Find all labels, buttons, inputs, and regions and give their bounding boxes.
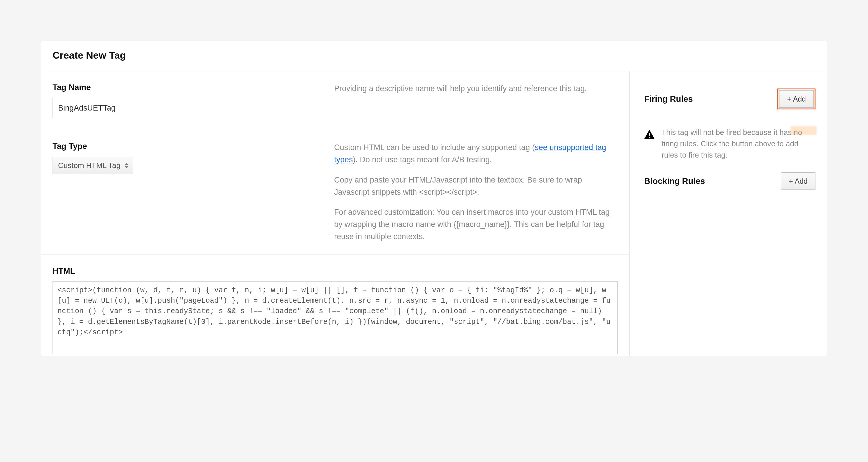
page-title: Create New Tag xyxy=(53,50,815,61)
tag-type-help-1: Custom HTML can be used to include any s… xyxy=(334,142,618,166)
firing-add-highlight: + Add xyxy=(777,89,815,109)
firing-rules-row: Firing Rules + Add xyxy=(644,89,815,109)
tag-name-input[interactable] xyxy=(53,98,244,118)
select-caret-icon xyxy=(125,163,129,168)
blocking-rules-heading: Blocking Rules xyxy=(644,176,705,186)
tag-name-help: Providing a descriptive name will help y… xyxy=(334,83,618,95)
section-tag-name: Tag Name Providing a descriptive name wi… xyxy=(41,71,629,130)
create-tag-card: Create New Tag Tag Name Providing a desc… xyxy=(41,41,827,356)
section-html: HTML <script>(function (w, d, t, r, u) {… xyxy=(41,255,629,356)
warning-icon xyxy=(644,127,655,141)
tag-type-label: Tag Type xyxy=(53,142,317,151)
card-body: Tag Name Providing a descriptive name wi… xyxy=(41,71,827,356)
svg-marker-1 xyxy=(125,166,129,168)
card-header: Create New Tag xyxy=(41,41,827,71)
firing-rules-heading: Firing Rules xyxy=(644,94,693,104)
svg-rect-4 xyxy=(649,137,650,138)
firing-warning-text: This tag will not be fired because it ha… xyxy=(661,127,815,161)
firing-warning: This tag will not be fired because it ha… xyxy=(644,120,815,172)
main-column: Tag Name Providing a descriptive name wi… xyxy=(41,71,630,356)
tag-type-help-3: For advanced customization: You can inse… xyxy=(334,206,618,243)
tag-name-label: Tag Name xyxy=(53,83,317,92)
firing-add-button[interactable]: + Add xyxy=(779,90,814,108)
html-label: HTML xyxy=(53,266,618,276)
blocking-rules-row: Blocking Rules + Add xyxy=(644,172,815,190)
section-tag-type: Tag Type Custom HTML Tag Custom HTML can… xyxy=(41,130,629,255)
svg-marker-0 xyxy=(125,163,129,165)
side-column: Firing Rules + Add This tag will not be … xyxy=(630,71,827,356)
tag-type-help-2: Copy and paste your HTML/Javascript into… xyxy=(334,174,618,198)
svg-rect-3 xyxy=(649,133,650,136)
blocking-add-button[interactable]: + Add xyxy=(781,172,815,190)
tag-type-select[interactable]: Custom HTML Tag xyxy=(53,157,133,174)
tag-type-selected: Custom HTML Tag xyxy=(58,161,121,170)
html-textarea[interactable]: <script>(function (w, d, t, r, u) { var … xyxy=(53,282,618,354)
